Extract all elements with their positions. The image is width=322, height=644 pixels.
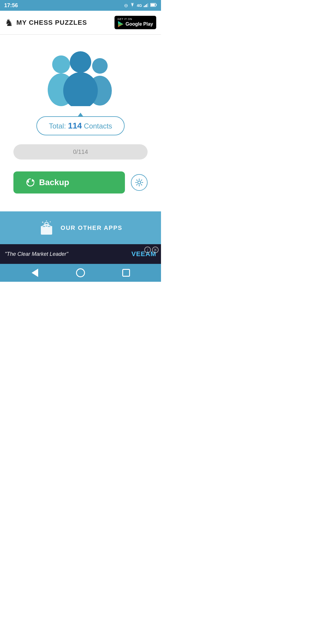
nav-bar <box>0 264 161 282</box>
nav-home-button[interactable] <box>75 267 86 278</box>
battery-icon <box>150 3 157 8</box>
svg-point-10 <box>92 58 108 74</box>
other-apps-label: OUR OTHER APPS <box>61 225 122 231</box>
app-logo: ♞ MY CHESS PUZZLES <box>5 17 87 28</box>
google-play-top-label: GET IT ON <box>117 18 132 21</box>
svg-point-8 <box>52 55 70 73</box>
svg-rect-2 <box>146 4 147 7</box>
svg-text:✦: ✦ <box>46 220 47 222</box>
contacts-label-prefix: Total: <box>49 122 68 130</box>
svg-rect-5 <box>156 4 157 6</box>
svg-text:✦: ✦ <box>49 221 51 223</box>
app-name-label: MY CHESS PUZZLES <box>16 19 87 27</box>
progress-container: 0/114 <box>13 144 148 160</box>
bottom-ad: i ✕ "The Clear Market Leader" VEEAM <box>0 244 161 264</box>
nav-back-button[interactable] <box>30 267 40 278</box>
ad-banner: ♞ MY CHESS PUZZLES GET IT ON Google Play <box>0 11 161 35</box>
dnd-icon: ⊖ <box>124 3 128 8</box>
backup-row: Backup <box>13 171 148 193</box>
settings-button[interactable] <box>131 174 148 191</box>
contacts-label-suffix: Contacts <box>82 122 112 130</box>
contacts-count: 114 <box>68 121 82 130</box>
google-play-bottom-row: Google Play <box>117 21 153 27</box>
svg-rect-0 <box>144 6 145 7</box>
other-apps-icon: ✦ ✦ ✦ <box>38 220 55 236</box>
progress-text: 0/114 <box>73 148 88 155</box>
status-time: 17:56 <box>4 2 18 9</box>
svg-point-12 <box>70 51 91 73</box>
svg-rect-6 <box>151 4 155 6</box>
svg-rect-1 <box>145 5 146 7</box>
backup-button-label: Backup <box>39 178 69 187</box>
status-bar: 17:56 ⊖ 4G <box>0 0 161 11</box>
ad-controls: i ✕ <box>144 247 159 253</box>
group-icon-container <box>42 47 119 107</box>
google-play-button[interactable]: GET IT ON Google Play <box>114 16 156 29</box>
ad-close-button[interactable]: ✕ <box>152 247 159 253</box>
svg-marker-7 <box>118 21 123 27</box>
group-people-icon <box>42 47 119 106</box>
gear-icon <box>135 178 144 187</box>
refresh-icon <box>25 177 35 188</box>
contacts-badge: Total: 114 Contacts <box>36 116 125 135</box>
status-icons: ⊖ 4G <box>124 3 157 8</box>
back-arrow-icon <box>32 269 38 277</box>
svg-rect-3 <box>147 3 148 7</box>
google-play-label: Google Play <box>126 21 153 27</box>
backup-button[interactable]: Backup <box>13 171 125 193</box>
svg-rect-17 <box>41 227 52 235</box>
wifi-icon <box>130 3 135 8</box>
signal-icon <box>144 3 148 8</box>
nav-recents-button[interactable] <box>121 267 131 278</box>
network-4g-label: 4G <box>137 3 142 8</box>
ad-tagline: "The Clear Market Leader" <box>5 251 68 257</box>
home-circle-icon <box>76 268 85 277</box>
other-apps-section[interactable]: ✦ ✦ ✦ OUR OTHER APPS <box>0 211 161 244</box>
ad-info-button[interactable]: i <box>144 247 151 253</box>
google-play-icon <box>117 21 124 27</box>
main-content: Total: 114 Contacts 0/114 Backup <box>0 35 161 211</box>
svg-point-16 <box>138 181 141 184</box>
recents-square-icon <box>122 269 130 277</box>
svg-text:✦: ✦ <box>41 221 44 224</box>
chess-piece-icon: ♞ <box>5 17 13 28</box>
